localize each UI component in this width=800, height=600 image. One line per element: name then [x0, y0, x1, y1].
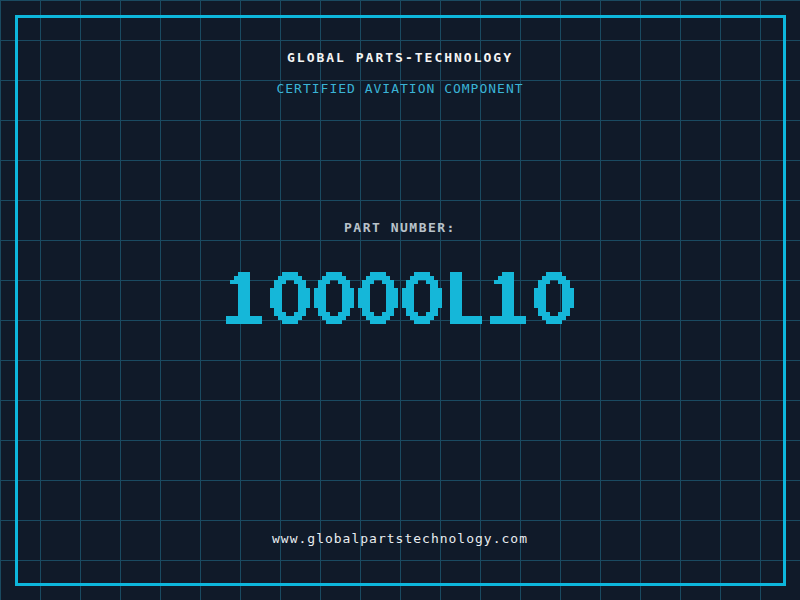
- part-number-glyph: [402, 272, 442, 324]
- part-number-glyph: [490, 272, 530, 324]
- part-number-glyph: [358, 272, 398, 324]
- part-number-glyph: [534, 272, 574, 324]
- part-number-value: [0, 272, 800, 324]
- part-number-label: PART NUMBER:: [0, 220, 800, 235]
- company-name: GLOBAL PARTS-TECHNOLOGY: [0, 50, 800, 65]
- part-number-glyph: [226, 272, 266, 324]
- part-number-glyph: [270, 272, 310, 324]
- tagline: CERTIFIED AVIATION COMPONENT: [0, 81, 800, 96]
- part-number-glyph: [446, 272, 486, 324]
- website-url: www.globalpartstechnology.com: [0, 531, 800, 546]
- certificate-page: GLOBAL PARTS-TECHNOLOGY CERTIFIED AVIATI…: [0, 0, 800, 600]
- part-number-glyph: [314, 272, 354, 324]
